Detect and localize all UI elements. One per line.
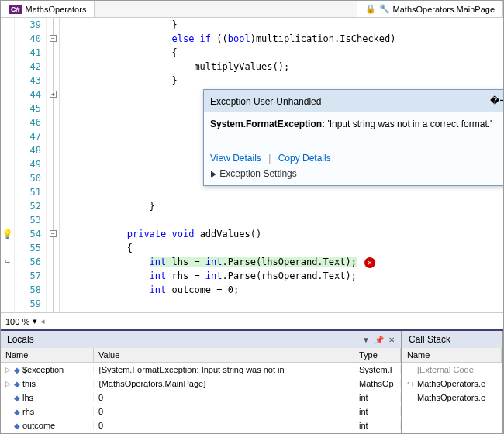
- csharp-icon: C#: [9, 5, 22, 14]
- code-line[interactable]: }: [60, 18, 503, 32]
- code-line[interactable]: {: [60, 241, 503, 255]
- exception-popup: Exception User-Unhandled �ールコ ✕ System.F…: [203, 89, 504, 186]
- code-line[interactable]: }: [60, 199, 503, 213]
- code-line[interactable]: [60, 213, 503, 227]
- tab-bar: C# MathsOperators 🔒 🔧 MathsOperators.Mai…: [1, 1, 503, 18]
- line-numbers: 3940414243444546474849505152535455565758…: [15, 18, 46, 312]
- locals-row[interactable]: ◆rhs0int: [1, 405, 401, 418]
- code-line[interactable]: private void addValues(): [60, 227, 503, 241]
- exception-message: System.FormatException: 'Input string wa…: [210, 119, 504, 129]
- locals-columns: Name Value Type: [1, 348, 401, 363]
- locals-rows[interactable]: ▷◆$exception{System.FormatException: Inp…: [1, 363, 401, 432]
- callstack-header[interactable]: Call Stack: [402, 331, 502, 348]
- code-line[interactable]: else if ((bool)multiplication.IsChecked): [60, 32, 503, 46]
- tab-left-label: MathsOperators: [26, 5, 87, 14]
- code-line[interactable]: int outcome = 0;: [60, 283, 503, 297]
- copy-details-link[interactable]: Copy Details: [278, 153, 331, 164]
- callstack-panel: Call Stack Name [External Code]↪MathsOpe…: [402, 331, 503, 434]
- locals-row[interactable]: ▷◆this{MathsOperators.MainPage}MathsOp: [1, 377, 401, 391]
- code-line[interactable]: [60, 297, 503, 311]
- callstack-columns: Name: [402, 348, 502, 363]
- code-line[interactable]: [60, 185, 503, 199]
- exception-title: Exception User-Unhandled: [210, 96, 490, 107]
- code-line[interactable]: int lhs = int.Parse(lhsOperand.Text);✕: [60, 255, 503, 269]
- zoom-dropdown-icon[interactable]: ▾: [33, 316, 37, 326]
- locals-header[interactable]: Locals ▼📌✕: [1, 331, 401, 348]
- code-editor[interactable]: 💡↪ 3940414243444546474849505152535455565…: [1, 18, 503, 312]
- locals-row[interactable]: ▷◆$exception{System.FormatException: Inp…: [1, 363, 401, 377]
- callstack-row[interactable]: MathsOperators.e: [402, 391, 502, 405]
- wrench-icon: 🔧: [379, 4, 390, 14]
- callstack-row[interactable]: ↪MathsOperators.e: [402, 377, 502, 391]
- code-line[interactable]: int rhs = int.Parse(rhsOperand.Text);: [60, 269, 503, 283]
- error-icon: ✕: [364, 257, 375, 268]
- pin-icon[interactable]: �ールコ: [490, 95, 504, 108]
- code-line[interactable]: {: [60, 46, 503, 60]
- tab-right-label: MathsOperators.MainPage: [393, 5, 495, 14]
- code-area[interactable]: Exception User-Unhandled �ールコ ✕ System.F…: [60, 18, 503, 312]
- fold-toggle[interactable]: −: [50, 230, 57, 237]
- exception-titlebar[interactable]: Exception User-Unhandled �ールコ ✕: [204, 90, 504, 112]
- exception-settings-toggle[interactable]: ▶ Exception Settings: [210, 168, 504, 179]
- fold-toggle[interactable]: +: [50, 91, 57, 98]
- zoom-bar: 100 % ▾ ◂: [1, 312, 503, 329]
- view-details-link[interactable]: View Details: [210, 153, 261, 164]
- code-line[interactable]: multiplyValues();: [60, 60, 503, 74]
- pin-icon[interactable]: 📌: [375, 336, 384, 344]
- fold-gutter[interactable]: −+−: [46, 18, 60, 312]
- gutter: 💡↪: [1, 18, 15, 312]
- locals-panel: Locals ▼📌✕ Name Value Type ▷◆$exception{…: [1, 331, 402, 434]
- callstack-row[interactable]: [External Code]: [402, 363, 502, 377]
- lock-icon: 🔒: [365, 4, 376, 14]
- callstack-rows[interactable]: [External Code]↪MathsOperators.eMathsOpe…: [402, 363, 502, 405]
- tab-left[interactable]: C# MathsOperators: [1, 1, 95, 17]
- fold-toggle[interactable]: −: [50, 35, 57, 42]
- zoom-scroll-left-icon[interactable]: ◂: [40, 316, 45, 326]
- locals-row[interactable]: ◆outcome0int: [1, 418, 401, 432]
- code-line[interactable]: }: [60, 74, 503, 88]
- close-icon[interactable]: ✕: [388, 336, 395, 344]
- tab-right[interactable]: 🔒 🔧 MathsOperators.MainPage: [357, 1, 503, 17]
- zoom-value: 100 %: [5, 317, 29, 326]
- dropdown-icon[interactable]: ▼: [362, 336, 370, 344]
- locals-row[interactable]: ◆lhs0int: [1, 391, 401, 405]
